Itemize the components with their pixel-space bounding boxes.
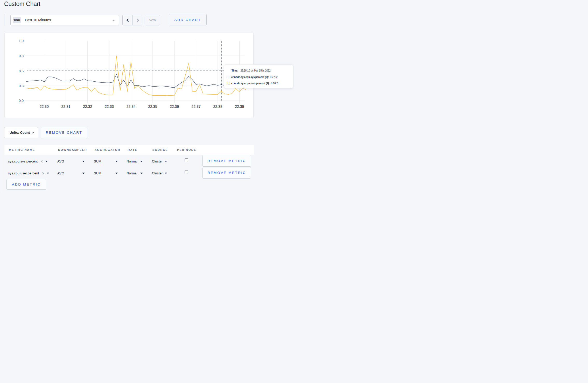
svg-text:22:38: 22:38 [213,104,222,109]
svg-text:22:35: 22:35 [148,104,157,109]
svg-text:22:31: 22:31 [61,104,71,109]
svg-text:22:32: 22:32 [83,104,92,109]
svg-text:1.0: 1.0 [19,39,24,43]
svg-text:22:37: 22:37 [192,104,201,109]
svg-text:22:39: 22:39 [235,104,244,109]
svg-text:22:30: 22:30 [40,104,49,109]
svg-text:22:36: 22:36 [170,104,179,109]
svg-text:22:33: 22:33 [105,104,114,109]
svg-text:0.5: 0.5 [19,69,24,73]
svg-text:0.0: 0.0 [19,99,24,103]
svg-text:0.3: 0.3 [19,84,24,88]
svg-text:0.8: 0.8 [19,54,24,58]
svg-text:22:34: 22:34 [127,104,136,109]
